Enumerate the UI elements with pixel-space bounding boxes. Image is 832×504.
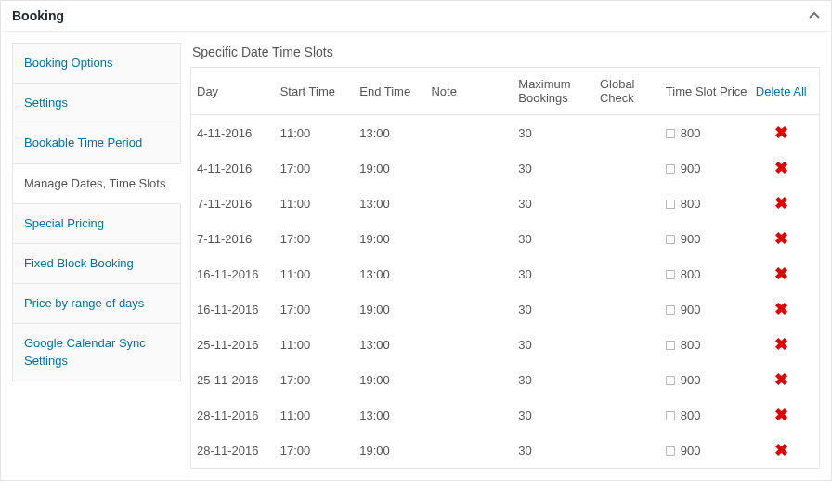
price-checkbox[interactable] xyxy=(666,446,675,456)
cell-global xyxy=(594,291,660,327)
cell-delete: ✖ xyxy=(744,397,819,433)
cell-note xyxy=(425,186,513,221)
delete-row-button[interactable]: ✖ xyxy=(774,195,788,212)
cell-start: 17:00 xyxy=(275,362,355,397)
cell-global xyxy=(594,115,660,151)
price-checkbox[interactable] xyxy=(666,200,675,209)
cell-price: 800 xyxy=(660,256,744,291)
cell-day: 4-11-2016 xyxy=(191,115,275,151)
cell-delete: ✖ xyxy=(744,150,819,186)
cell-start: 17:00 xyxy=(275,433,355,468)
cell-max: 30 xyxy=(513,362,594,397)
delete-all-button[interactable]: Delete All xyxy=(744,68,819,115)
col-price: Time Slot Price xyxy=(660,68,744,115)
table-row: 16-11-201617:0019:0030900✖ xyxy=(191,291,819,327)
cell-global xyxy=(594,150,660,186)
sidebar-tab-2[interactable]: Bookable Time Period xyxy=(13,123,180,163)
cell-delete: ✖ xyxy=(744,362,819,397)
cell-delete: ✖ xyxy=(744,256,819,291)
cell-end: 19:00 xyxy=(354,291,425,327)
cell-delete: ✖ xyxy=(744,327,819,362)
section-title: Specific Date Time Slots xyxy=(190,43,820,59)
delete-row-button[interactable]: ✖ xyxy=(774,371,788,388)
cell-end: 13:00 xyxy=(354,327,425,362)
cell-max: 30 xyxy=(513,291,594,327)
delete-row-button[interactable]: ✖ xyxy=(774,407,788,423)
cell-day: 28-11-2016 xyxy=(191,397,275,433)
cell-delete: ✖ xyxy=(744,433,819,468)
price-value: 800 xyxy=(681,267,701,281)
col-note: Note xyxy=(425,68,513,115)
cell-start: 11:00 xyxy=(275,256,355,291)
sidebar-tab-3[interactable]: Manage Dates, Time Slots xyxy=(13,164,181,204)
cell-global xyxy=(594,433,660,468)
delete-row-button[interactable]: ✖ xyxy=(774,265,788,282)
cell-global xyxy=(594,362,660,397)
cell-price: 900 xyxy=(660,362,744,397)
price-checkbox[interactable] xyxy=(666,376,675,385)
cell-day: 25-11-2016 xyxy=(191,327,275,362)
price-value: 800 xyxy=(681,197,701,211)
sidebar-tab-4[interactable]: Special Pricing xyxy=(13,204,180,244)
delete-row-button[interactable]: ✖ xyxy=(774,442,788,459)
delete-row-button[interactable]: ✖ xyxy=(774,160,788,176)
table-row: 7-11-201611:0013:0030800✖ xyxy=(191,186,819,221)
table-row: 25-11-201611:0013:0030800✖ xyxy=(191,327,819,362)
col-day: Day xyxy=(191,68,275,115)
table-row: 28-11-201611:0013:0030800✖ xyxy=(191,397,819,433)
sidebar-tab-6[interactable]: Price by range of days xyxy=(13,284,180,324)
cell-day: 7-11-2016 xyxy=(191,186,275,221)
cell-end: 19:00 xyxy=(354,433,425,468)
cell-note xyxy=(425,115,513,151)
delete-row-button[interactable]: ✖ xyxy=(774,230,788,247)
cell-max: 30 xyxy=(513,397,594,433)
cell-day: 25-11-2016 xyxy=(191,362,275,397)
delete-row-button[interactable]: ✖ xyxy=(774,336,788,353)
collapse-toggle[interactable] xyxy=(809,10,820,21)
cell-global xyxy=(594,221,660,256)
cell-price: 800 xyxy=(660,186,744,221)
cell-day: 16-11-2016 xyxy=(191,256,275,291)
timeslot-table-wrap: Day Start Time End Time Note Maximum Boo… xyxy=(190,67,820,469)
price-checkbox[interactable] xyxy=(666,129,675,138)
sidebar-tab-5[interactable]: Fixed Block Booking xyxy=(13,244,180,284)
cell-price: 900 xyxy=(660,221,744,256)
delete-row-button[interactable]: ✖ xyxy=(774,124,788,141)
cell-price: 900 xyxy=(660,291,744,327)
cell-end: 19:00 xyxy=(354,362,425,397)
delete-row-button[interactable]: ✖ xyxy=(774,301,788,317)
price-checkbox[interactable] xyxy=(666,270,675,279)
sidebar-tabs: Booking OptionsSettingsBookable Time Per… xyxy=(12,43,181,381)
cell-end: 13:00 xyxy=(354,256,425,291)
cell-day: 28-11-2016 xyxy=(191,433,275,468)
cell-start: 11:00 xyxy=(275,397,355,433)
sidebar-tab-1[interactable]: Settings xyxy=(13,84,180,123)
cell-max: 30 xyxy=(513,327,594,362)
cell-max: 30 xyxy=(513,221,594,256)
cell-day: 16-11-2016 xyxy=(191,291,275,327)
price-checkbox[interactable] xyxy=(666,305,675,315)
col-start: Start Time xyxy=(275,68,355,115)
price-checkbox[interactable] xyxy=(666,341,675,350)
cell-price: 800 xyxy=(660,327,744,362)
col-max: Maximum Bookings xyxy=(513,68,594,115)
cell-start: 17:00 xyxy=(275,221,355,256)
cell-note xyxy=(425,327,513,362)
cell-price: 800 xyxy=(660,115,744,151)
sidebar-tab-0[interactable]: Booking Options xyxy=(13,44,180,84)
cell-price: 800 xyxy=(660,397,744,433)
cell-delete: ✖ xyxy=(744,186,819,221)
price-checkbox[interactable] xyxy=(666,164,675,174)
cell-start: 11:00 xyxy=(275,115,355,151)
price-checkbox[interactable] xyxy=(666,411,675,420)
cell-start: 11:00 xyxy=(275,186,355,221)
sidebar-tab-7[interactable]: Google Calendar Sync Settings xyxy=(13,324,180,380)
content-area: Specific Date Time Slots Day Start Time … xyxy=(190,43,820,469)
price-checkbox[interactable] xyxy=(666,235,675,244)
cell-end: 13:00 xyxy=(354,397,425,433)
cell-max: 30 xyxy=(513,150,594,186)
cell-max: 30 xyxy=(513,433,594,468)
booking-metabox: Booking Booking OptionsSettingsBookable … xyxy=(0,0,832,481)
cell-end: 19:00 xyxy=(354,150,425,186)
price-value: 900 xyxy=(681,303,701,317)
